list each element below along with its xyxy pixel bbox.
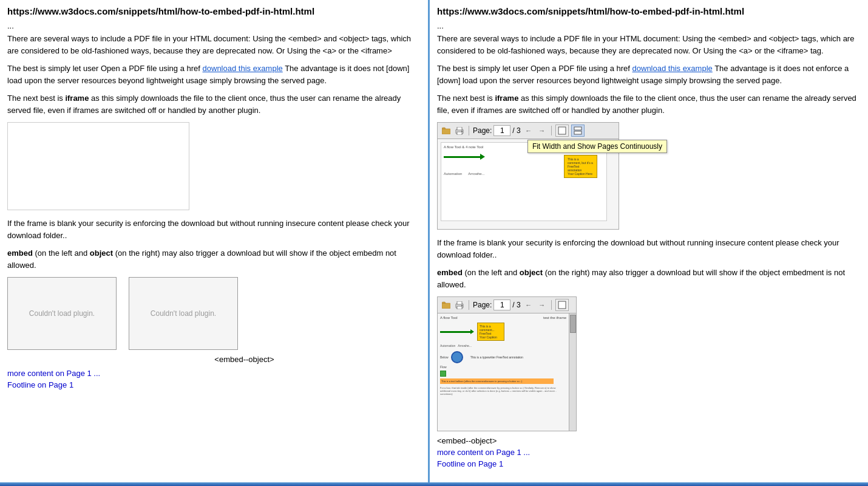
prev-page-btn2[interactable]: ← bbox=[523, 299, 534, 310]
svg-rect-10 bbox=[457, 301, 462, 304]
right-page-title: https://www.w3docs.com/snippets/html/how… bbox=[437, 6, 861, 16]
left-more-content: more content on Page 1 ... bbox=[7, 369, 421, 378]
svg-rect-6 bbox=[574, 127, 581, 130]
right-para1: There are several ways to include a PDF … bbox=[437, 33, 861, 56]
left-plugin-row: Couldn't load plugin. Couldn't load plug… bbox=[7, 277, 421, 350]
svg-rect-0 bbox=[442, 129, 450, 134]
right-pdf-viewer2-container: Page: / 3 ← → A flow Tool test the ifram… bbox=[437, 296, 577, 431]
page-input-group1: Page: / 3 bbox=[473, 125, 521, 136]
folder-icon[interactable] bbox=[441, 125, 452, 136]
prev-page-btn1[interactable]: ← bbox=[523, 125, 534, 136]
left-footline: Footline on Page 1 bbox=[7, 380, 421, 389]
svg-rect-11 bbox=[457, 306, 462, 309]
page-number-input2[interactable] bbox=[493, 299, 510, 310]
left-para5: embed (on the left and object (on the ri… bbox=[7, 247, 421, 271]
left-download-link[interactable]: download this example bbox=[203, 64, 283, 73]
svg-rect-8 bbox=[442, 303, 450, 309]
yellow-comment-box: This is acomment, but it's aFreeText ann… bbox=[564, 155, 597, 178]
right-pdf-viewer1-container: Page: / 3 ← → Fit Width and Show Pages C… bbox=[437, 122, 619, 230]
toolbar-sep1 bbox=[469, 126, 469, 135]
left-page-title: https://www.w3docs.com/snippets/html/how… bbox=[7, 6, 421, 16]
left-para1: There are several ways to include a PDF … bbox=[7, 33, 421, 56]
left-embed-label: <embed--object> bbox=[68, 355, 421, 364]
left-para3: The next best is iframe as this simply d… bbox=[7, 92, 421, 116]
pdf-page-area2: A flow Tool test the iframe This is acom… bbox=[438, 313, 569, 431]
svg-point-12 bbox=[461, 305, 463, 306]
right-ellipsis: ... bbox=[437, 21, 861, 30]
pdf-page-content2: A flow Tool test the iframe This is acom… bbox=[438, 313, 569, 398]
page-input-group2: Page: / 3 bbox=[473, 299, 521, 310]
scrollbar-thumb2[interactable] bbox=[570, 315, 576, 333]
left-ellipsis: ... bbox=[7, 21, 421, 30]
right-pdf-toolbar1: Page: / 3 ← → Fit Width and Show Pages C… bbox=[437, 122, 619, 139]
left-para4: If the frame is blank your security is e… bbox=[7, 217, 421, 241]
right-footline: Footline on Page 1 bbox=[437, 459, 861, 468]
right-para4: If the frame is blank your security is e… bbox=[437, 237, 861, 261]
single-page-btn1[interactable] bbox=[555, 125, 569, 137]
toolbar-sep3 bbox=[469, 300, 469, 310]
next-page-btn2[interactable]: → bbox=[537, 299, 548, 310]
left-pane: https://www.w3docs.com/snippets/html/how… bbox=[0, 0, 430, 486]
right-para5: embed (on the left and object (on the ri… bbox=[437, 267, 861, 290]
pdf-scrollbar2[interactable] bbox=[569, 313, 576, 431]
continuous-page-btn1[interactable] bbox=[571, 125, 585, 137]
left-plugin-box1: Couldn't load plugin. bbox=[7, 277, 117, 350]
svg-rect-2 bbox=[457, 127, 462, 130]
svg-rect-5 bbox=[558, 127, 566, 134]
print-icon2[interactable] bbox=[454, 299, 465, 310]
svg-rect-13 bbox=[558, 301, 566, 309]
right-pdf-content2: A flow Tool test the iframe This is acom… bbox=[437, 313, 577, 431]
single-page-btn2[interactable] bbox=[555, 299, 569, 311]
next-page-btn1[interactable]: → bbox=[537, 125, 548, 136]
right-para3: The next best is iframe as this simply d… bbox=[437, 92, 861, 116]
left-plugin-box2: Couldn't load plugin. bbox=[129, 277, 238, 350]
toolbar-sep4 bbox=[551, 300, 552, 310]
pdf-page1: A flow Tool & 4 note Tool test the ifram… bbox=[441, 142, 607, 221]
right-pdf-toolbar2: Page: / 3 ← → bbox=[437, 296, 577, 313]
right-para2: The best is simply let user Open a PDF f… bbox=[437, 63, 861, 86]
right-embed-label: <embed--object> bbox=[437, 436, 861, 445]
svg-point-4 bbox=[461, 131, 463, 132]
tooltip-fit-width: Fit Width and Show Pages Continuously bbox=[527, 140, 667, 153]
right-more-content: more content on Page 1 ... bbox=[437, 448, 861, 457]
page-number-input1[interactable] bbox=[493, 125, 510, 136]
svg-rect-3 bbox=[457, 132, 462, 135]
right-download-link[interactable]: download this example bbox=[632, 64, 713, 73]
print-icon[interactable] bbox=[454, 125, 465, 136]
left-iframe-box bbox=[7, 122, 189, 210]
folder-icon2[interactable] bbox=[441, 299, 452, 310]
green-arrow: This is acomment, but it's aFreeText ann… bbox=[444, 154, 604, 160]
left-para2: The best is simply let user Open a PDF f… bbox=[7, 63, 421, 86]
svg-rect-7 bbox=[574, 131, 581, 134]
toolbar-sep2 bbox=[551, 126, 552, 135]
bottom-bar bbox=[0, 482, 868, 486]
right-pane: https://www.w3docs.com/snippets/html/how… bbox=[430, 0, 868, 486]
